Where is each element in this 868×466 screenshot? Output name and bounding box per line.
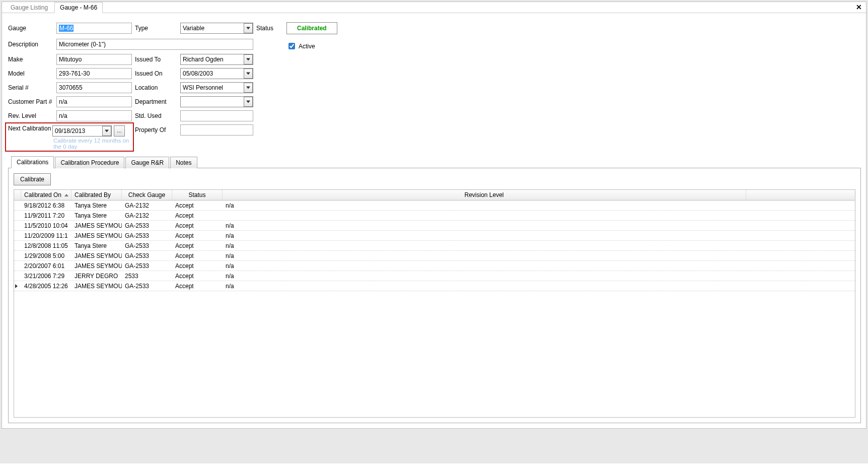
cell-on: 4/28/2005 12:26 — [21, 283, 71, 290]
chevron-down-icon[interactable] — [244, 23, 253, 33]
cell-rev: n/a — [223, 273, 746, 280]
grid-header-revision-level[interactable]: Revision Level — [223, 190, 746, 200]
row-pointer-icon — [15, 284, 18, 288]
cust-part-input[interactable] — [56, 96, 132, 107]
sort-desc-icon — [64, 194, 68, 196]
cell-status: Accept — [172, 212, 223, 219]
table-row[interactable]: 12/8/2008 11:05Tanya StereGA-2533Acceptn… — [14, 241, 855, 251]
cell-gauge: GA-2533 — [122, 262, 172, 270]
table-row[interactable]: 9/18/2012 6:38Tanya StereGA-2132Acceptn/… — [14, 201, 855, 211]
page-tab-strip: Gauge Listing Gauge - M-66 ✕ — [2, 2, 866, 13]
make-input[interactable] — [56, 54, 132, 65]
table-row[interactable]: 1/29/2008 5:00JAMES SEYMOUGA-2533Acceptn… — [14, 251, 855, 261]
cell-on: 2/20/2007 6:01 — [21, 262, 71, 270]
cell-rev: n/a — [223, 252, 746, 259]
cell-gauge: GA-2533 — [122, 283, 172, 290]
sub-tab-calibrations[interactable]: Calibrations — [11, 156, 54, 168]
grid-header-check-gauge[interactable]: Check Gauge — [122, 190, 172, 200]
sub-tab-notes[interactable]: Notes — [170, 157, 197, 168]
label-type: Type — [135, 25, 177, 32]
grid-header-indicator — [14, 190, 21, 200]
rev-level-input[interactable] — [56, 110, 132, 121]
cell-status: Accept — [172, 262, 223, 270]
svg-marker-2 — [246, 73, 250, 75]
label-std-used: Std. Used — [135, 112, 177, 119]
svg-marker-4 — [246, 101, 250, 103]
chevron-down-icon[interactable] — [244, 83, 253, 93]
sub-tab-procedure[interactable]: Calibration Procedure — [55, 157, 124, 168]
label-serial: Serial # — [8, 84, 53, 91]
grid-header-calibrated-on[interactable]: Calibrated On — [21, 190, 71, 200]
department-select[interactable] — [180, 96, 253, 107]
cell-on: 11/20/2009 11:1 — [21, 232, 71, 239]
cell-rev: n/a — [223, 222, 746, 229]
property-of-input[interactable] — [180, 124, 253, 136]
cell-status: Accept — [172, 222, 223, 229]
table-row[interactable]: 11/9/2011 7:20Tanya StereGA-2132Accept — [14, 211, 855, 221]
label-model: Model — [8, 70, 53, 77]
label-rev-level: Rev. Level — [8, 112, 53, 119]
grid-header-status[interactable]: Status — [172, 190, 223, 200]
page-tab-detail[interactable]: Gauge - M-66 — [54, 2, 103, 13]
sub-tab-gauge-rr[interactable]: Gauge R&R — [125, 157, 169, 168]
cell-status: Accept — [172, 252, 223, 259]
label-issued-on: Issued On — [135, 70, 177, 77]
calibrate-button[interactable]: Calibrate — [14, 173, 51, 185]
close-icon[interactable]: ✕ — [856, 3, 862, 11]
chevron-down-icon[interactable] — [244, 54, 253, 64]
table-row[interactable]: 3/21/2006 7:29JERRY DEGRO2533Acceptn/a — [14, 271, 855, 281]
chevron-down-icon[interactable] — [244, 69, 253, 79]
serial-input[interactable] — [56, 82, 132, 93]
svg-marker-5 — [105, 130, 109, 132]
label-department: Department — [135, 98, 177, 105]
table-row[interactable]: 2/20/2007 6:01JAMES SEYMOUGA-2533Acceptn… — [14, 261, 855, 271]
cell-rev: n/a — [223, 232, 746, 239]
cell-by: JERRY DEGRO — [71, 273, 122, 280]
grid-header-calibrated-by[interactable]: Calibrated By — [71, 190, 122, 200]
cell-status: Accept — [172, 232, 223, 239]
model-input[interactable] — [56, 68, 132, 79]
description-input[interactable] — [56, 39, 253, 50]
cell-status: Accept — [172, 283, 223, 290]
active-checkbox[interactable] — [288, 43, 295, 49]
cell-by: Tanya Stere — [71, 212, 122, 219]
chevron-down-icon[interactable] — [244, 97, 253, 107]
chevron-down-icon[interactable] — [102, 126, 111, 136]
cell-gauge: GA-2533 — [122, 232, 172, 239]
issued-on-select[interactable]: 05/08/2003 — [180, 68, 253, 79]
cell-rev: n/a — [223, 242, 746, 249]
cell-by: JAMES SEYMOU — [71, 283, 122, 290]
cell-gauge: GA-2533 — [122, 252, 172, 259]
cell-on: 11/5/2010 10:04 — [21, 222, 71, 229]
table-row[interactable]: 4/28/2005 12:26JAMES SEYMOUGA-2533Accept… — [14, 281, 855, 291]
cell-on: 11/9/2011 7:20 — [21, 212, 71, 219]
cell-gauge: GA-2533 — [122, 242, 172, 249]
label-property-of: Property Of — [135, 124, 177, 134]
cell-by: JAMES SEYMOU — [71, 262, 122, 270]
cell-on: 9/18/2012 6:38 — [21, 202, 71, 209]
svg-marker-3 — [246, 87, 250, 89]
cell-gauge: GA-2132 — [122, 202, 172, 209]
table-row[interactable]: 11/20/2009 11:1JAMES SEYMOUGA-2533Accept… — [14, 231, 855, 241]
cell-gauge: 2533 — [122, 273, 172, 280]
gauge-input[interactable]: M-66 — [56, 23, 132, 34]
label-gauge: Gauge — [8, 25, 53, 32]
next-cal-ellipsis-button[interactable]: … — [114, 125, 125, 137]
table-row[interactable]: 11/5/2010 10:04JAMES SEYMOUGA-2533Accept… — [14, 221, 855, 231]
location-select[interactable]: WSI Personnel — [180, 82, 253, 93]
label-make: Make — [8, 56, 53, 63]
type-select[interactable]: Variable — [180, 23, 253, 34]
label-description: Description — [8, 41, 53, 48]
next-cal-highlight: Next Calibration Due 09/18/2013 … Calibr… — [5, 122, 134, 152]
issued-to-select[interactable]: Richard Ogden — [180, 54, 253, 65]
std-used-input[interactable] — [180, 110, 253, 121]
label-cust-part: Customer Part # — [8, 98, 53, 105]
label-status: Status — [256, 25, 283, 32]
cell-rev: n/a — [223, 262, 746, 270]
cell-rev: n/a — [223, 283, 746, 290]
cell-by: Tanya Stere — [71, 202, 122, 209]
sub-panel-calibrations: Calibrate Calibrated On Calibrated By Ch… — [8, 168, 861, 423]
cell-by: Tanya Stere — [71, 242, 122, 249]
page-tab-listing[interactable]: Gauge Listing — [5, 2, 53, 13]
sub-tab-strip: Calibrations Calibration Procedure Gauge… — [8, 156, 861, 168]
